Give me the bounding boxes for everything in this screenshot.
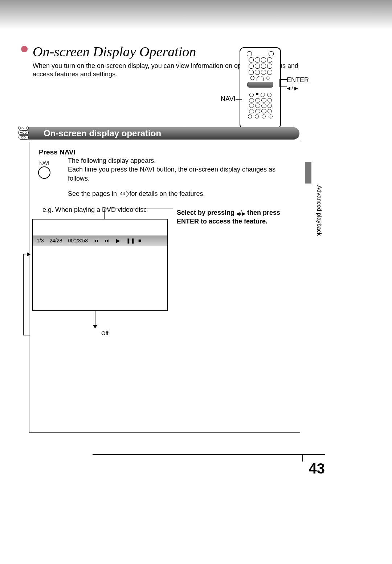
remote-left-right-icon: ◀ / ▶ (287, 85, 309, 91)
step-reference-line: See the pages in 44 for details on the f… (68, 189, 290, 198)
skip-forward-icon: ⏭ (105, 238, 110, 243)
remote-enter-label: ENTER (287, 76, 309, 84)
osd-screen-mock: 1/3 24/28 00:23:53 ⏮ ⏭ ▶ ❚❚ ■ (32, 219, 168, 311)
osd-status-bar: 1/3 24/28 00:23:53 ⏮ ⏭ ▶ ❚❚ ■ (33, 235, 167, 246)
page-top-gradient (0, 0, 392, 29)
step-line-1: The following display appears. (68, 156, 290, 165)
page-reference-tag: 44 (119, 191, 126, 197)
page-title: On-screen Display Operation (33, 44, 196, 59)
osd-chapter-counter: 24/28 (49, 238, 62, 243)
off-state-label: Off (101, 330, 109, 336)
osd-title-counter: 1/3 (37, 238, 44, 243)
step-line-2: Each time you press the NAVI button, the… (68, 165, 290, 183)
remote-navi-label: NAVI (221, 95, 236, 102)
instruction-panel: Press NAVI NAVI The following display ap… (29, 142, 300, 433)
stop-icon: ■ (137, 238, 142, 243)
thumb-index-tab (305, 162, 311, 184)
left-right-arrows-icon: / (236, 209, 245, 217)
navi-button-illustration: NAVI (38, 161, 50, 179)
remote-diagram (240, 47, 281, 129)
badge-cd: CD (19, 135, 29, 140)
pause-icon: ❚❚ (126, 238, 131, 243)
title-bullet-icon (21, 46, 28, 52)
flow-arrow-down-icon (95, 311, 95, 328)
selection-instruction: Select by pressing / then press ENTER to… (177, 209, 280, 225)
page-number: 43 (309, 460, 325, 477)
play-icon: ▶ (115, 238, 121, 243)
badge-vcd: VCD (18, 130, 29, 135)
osd-time: 00:23:53 (68, 238, 88, 243)
section-header-bar: DVD VCD CD On-screen display operation (22, 127, 299, 140)
flow-loop-line (23, 254, 30, 335)
section-title: On-screen display operation (44, 128, 161, 138)
section-side-label: Advanced playback (316, 185, 322, 236)
skip-back-icon: ⏮ (94, 238, 99, 243)
step-heading: Press NAVI (39, 148, 290, 156)
footer-rule (93, 454, 325, 455)
badge-dvd: DVD (18, 126, 29, 130)
